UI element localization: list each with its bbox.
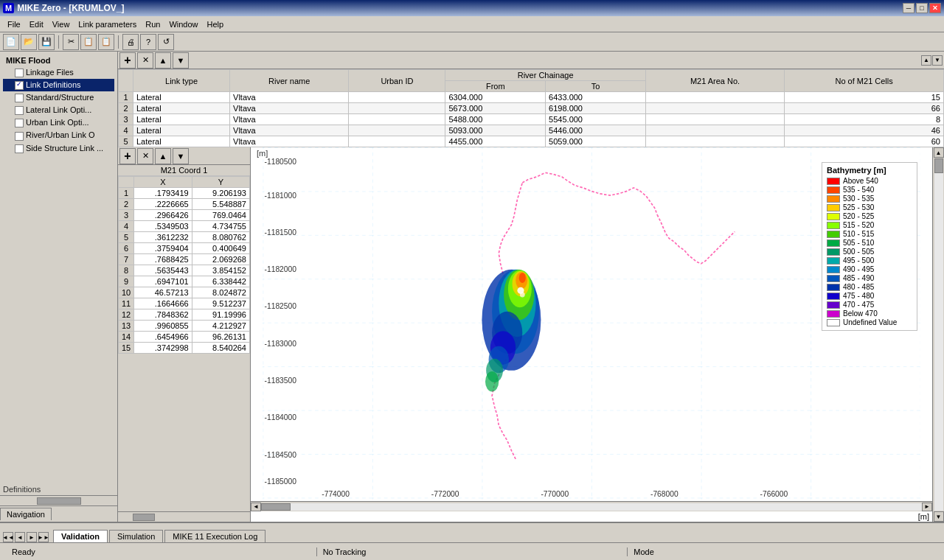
cell-urban[interactable] bbox=[349, 114, 445, 125]
coord-cell-y[interactable]: 9.512237 bbox=[192, 298, 249, 309]
menu-run[interactable]: Run bbox=[141, 18, 164, 30]
menu-help[interactable]: Help bbox=[203, 18, 229, 30]
coord-cell-x[interactable]: .3612232 bbox=[134, 232, 192, 243]
coord-cell-y[interactable]: 3.854152 bbox=[192, 265, 249, 276]
cell-from[interactable]: 5488.000 bbox=[445, 114, 546, 125]
move-down-button[interactable]: ▼ bbox=[173, 52, 189, 69]
coord-cell-x[interactable]: .5349503 bbox=[134, 221, 192, 232]
navigation-tab[interactable]: Navigation bbox=[0, 508, 52, 520]
coord-cell-x[interactable]: .9960855 bbox=[134, 321, 192, 332]
move-up-button[interactable]: ▲ bbox=[155, 52, 171, 69]
coord-scroll-h[interactable] bbox=[118, 511, 250, 522]
left-panel-scrollbar[interactable] bbox=[0, 495, 117, 505]
coord-cell-x[interactable]: .2966426 bbox=[134, 210, 192, 221]
tree-root[interactable]: MIKE Flood bbox=[3, 55, 114, 66]
scroll-thumb[interactable] bbox=[37, 497, 81, 505]
cell-river[interactable]: Vltava bbox=[230, 103, 349, 114]
tree-lateral-link-opti[interactable]: Lateral Link Opti... bbox=[3, 104, 114, 116]
open-button[interactable]: 📂 bbox=[21, 34, 37, 50]
coord-cell-y[interactable]: 91.19996 bbox=[192, 309, 249, 321]
tree-link-definitions[interactable]: Link Definitions bbox=[3, 79, 114, 91]
cell-m21cells[interactable]: 66 bbox=[785, 103, 944, 114]
coord-cell-x[interactable]: .3742998 bbox=[134, 343, 192, 354]
cell-linktype[interactable]: Lateral bbox=[133, 136, 230, 147]
delete-row-button[interactable]: ✕ bbox=[137, 52, 153, 69]
cell-to[interactable]: 5059.000 bbox=[546, 136, 646, 147]
coord-cell-y[interactable]: 4.734755 bbox=[192, 221, 249, 232]
cell-river[interactable]: Vltava bbox=[230, 114, 349, 125]
minimize-button[interactable]: ─ bbox=[903, 3, 914, 13]
coord-cell-x[interactable]: .5635443 bbox=[134, 265, 192, 276]
tab-nav-last[interactable]: ►► bbox=[38, 532, 49, 542]
cell-urban[interactable] bbox=[349, 103, 445, 114]
cell-to[interactable]: 6433.000 bbox=[546, 92, 646, 103]
tab-mike11-log[interactable]: MIKE 11 Execution Log bbox=[164, 530, 266, 542]
close-button[interactable]: ✕ bbox=[929, 3, 941, 13]
linkage-files-checkbox[interactable] bbox=[15, 69, 24, 77]
tree-linkage-files[interactable]: Linkage Files bbox=[3, 66, 114, 79]
map-scroll-left[interactable]: ◄ bbox=[251, 503, 261, 511]
tree-standard-structure[interactable]: Standard/Structure bbox=[3, 91, 114, 104]
tab-nav-first[interactable]: ◄◄ bbox=[3, 532, 13, 542]
cell-to[interactable]: 6198.000 bbox=[546, 103, 646, 114]
menu-file[interactable]: File bbox=[3, 18, 25, 30]
maximize-button[interactable]: □ bbox=[916, 3, 928, 13]
coord-cell-y[interactable]: 8.080762 bbox=[192, 232, 249, 243]
table-scroll-up[interactable]: ▲ bbox=[921, 55, 931, 66]
coord-cell-x[interactable]: .7688425 bbox=[134, 254, 192, 265]
cut-button[interactable]: ✂ bbox=[63, 34, 79, 50]
menu-edit[interactable]: Edit bbox=[25, 18, 48, 30]
coord-cell-x[interactable]: .3759404 bbox=[134, 243, 192, 254]
coord-cell-x[interactable]: .6947101 bbox=[134, 276, 192, 287]
tree-river-urban-link[interactable]: River/Urban Link O bbox=[3, 129, 114, 141]
copy-button[interactable]: 📋 bbox=[80, 34, 97, 50]
cell-river[interactable]: Vltava bbox=[230, 92, 349, 103]
coord-cell-y[interactable]: 0.400649 bbox=[192, 243, 249, 254]
cell-to[interactable]: 5545.000 bbox=[546, 114, 646, 125]
help-button[interactable]: ? bbox=[140, 34, 156, 50]
coord-cell-x[interactable]: .1664666 bbox=[134, 298, 192, 309]
map-scroll-v-thumb[interactable] bbox=[934, 158, 943, 173]
cell-urban[interactable] bbox=[349, 125, 445, 136]
cell-m21area[interactable] bbox=[645, 92, 785, 103]
print-button[interactable]: 🖨 bbox=[122, 34, 139, 50]
tree-urban-link-opti[interactable]: Urban Link Opti... bbox=[3, 116, 114, 129]
coord-cell-x[interactable]: 46.57213 bbox=[134, 287, 192, 298]
cell-linktype[interactable]: Lateral bbox=[133, 103, 230, 114]
cell-m21cells[interactable]: 46 bbox=[785, 125, 944, 136]
paste-button[interactable]: 📋 bbox=[98, 34, 114, 50]
coord-cell-x[interactable]: .6454966 bbox=[134, 332, 192, 343]
cell-m21area[interactable] bbox=[645, 114, 785, 125]
cell-from[interactable]: 5673.000 bbox=[445, 103, 546, 114]
coord-cell-y[interactable]: 8.024872 bbox=[192, 287, 249, 298]
cell-urban[interactable] bbox=[349, 136, 445, 147]
cell-from[interactable]: 5093.000 bbox=[445, 125, 546, 136]
coord-delete-button[interactable]: ✕ bbox=[137, 148, 153, 164]
tree-side-structure[interactable]: Side Structure Link ... bbox=[3, 142, 114, 155]
tab-validation[interactable]: Validation bbox=[53, 530, 108, 542]
coord-cell-y[interactable]: 2.069268 bbox=[192, 254, 249, 265]
side-structure-checkbox[interactable] bbox=[15, 144, 24, 153]
coord-cell-y[interactable]: 769.0464 bbox=[192, 210, 249, 221]
coord-cell-x[interactable]: .2226665 bbox=[134, 199, 192, 210]
map-scroll-down-arrow[interactable]: ▼ bbox=[934, 511, 944, 522]
cell-m21area[interactable] bbox=[645, 125, 785, 136]
cell-m21cells[interactable]: 15 bbox=[785, 92, 944, 103]
coord-cell-y[interactable]: 8.540264 bbox=[192, 343, 249, 354]
save-button[interactable]: 💾 bbox=[38, 34, 55, 50]
river-urban-checkbox[interactable] bbox=[15, 132, 24, 141]
cell-from[interactable]: 6304.000 bbox=[445, 92, 546, 103]
coord-down-button[interactable]: ▼ bbox=[173, 148, 189, 164]
map-vertical-scrollbar[interactable]: ▲ ▼ bbox=[932, 147, 944, 522]
tab-nav-prev[interactable]: ◄ bbox=[15, 532, 25, 542]
coord-scroll-thumb[interactable] bbox=[133, 514, 155, 521]
map-scroll-thumb[interactable] bbox=[261, 503, 291, 511]
cell-m21area[interactable] bbox=[645, 136, 785, 147]
menu-window[interactable]: Window bbox=[164, 18, 202, 30]
coord-add-button[interactable]: + bbox=[119, 148, 136, 164]
menu-view[interactable]: View bbox=[48, 18, 74, 30]
coord-cell-y[interactable]: 6.338442 bbox=[192, 276, 249, 287]
cell-linktype[interactable]: Lateral bbox=[133, 125, 230, 136]
standard-structure-checkbox[interactable] bbox=[15, 94, 24, 102]
undo-button[interactable]: ↺ bbox=[158, 34, 174, 50]
